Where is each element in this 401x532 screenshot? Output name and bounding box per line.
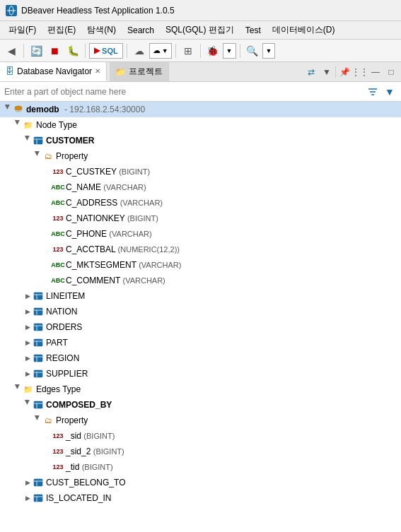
arrow-lineitem: ▶: [23, 292, 33, 300]
svg-rect-10: [34, 292, 42, 300]
tree-field-c-comment[interactable]: ABC C_COMMENT (VARCHAR): [0, 273, 401, 288]
label-c-name: C_NAME (VARCHAR): [66, 182, 146, 192]
filter-dropdown-btn[interactable]: ▼: [383, 85, 397, 99]
arrow-orders: ▶: [23, 324, 33, 331]
tab-spacer: [169, 62, 301, 81]
svg-rect-7: [34, 137, 42, 144]
toolbar-sep-4: [175, 44, 176, 58]
filter-btn[interactable]: [366, 85, 380, 99]
tab-minimize-btn[interactable]: —: [368, 65, 383, 79]
tree-field-tid[interactable]: 123 _tid (BIGINT): [0, 459, 401, 475]
icon-customer-property: 🗂: [42, 150, 54, 162]
tab-more-btn[interactable]: ⋮⋮: [353, 65, 367, 79]
tree-node-is-located-in[interactable]: ▶ IS_LOCATED_IN: [0, 490, 401, 506]
tree-panel[interactable]: ▶ demodb - 192.168.2.54:30000 ▶ 📁 Node T…: [0, 102, 401, 532]
tree-node-region[interactable]: ▶ REGION: [0, 350, 401, 366]
label-customer-property: Property: [56, 151, 88, 161]
tab-sync-btn[interactable]: ⇄: [304, 65, 318, 79]
tab-pin-btn[interactable]: 📌: [337, 65, 351, 79]
toolbar-table-btn[interactable]: ⊞: [180, 42, 197, 59]
label-orders: ORDERS: [46, 322, 82, 332]
tree-node-composedby-property[interactable]: ▶ 🗂 Property: [0, 413, 401, 428]
svg-rect-16: [34, 324, 42, 331]
menu-sql[interactable]: SQL(GQL) 편집기: [160, 23, 240, 37]
toolbar-sep-1: [23, 44, 24, 58]
label-c-acctbal: C_ACCTBAL (NUMERIC(12,2)): [66, 244, 180, 254]
label-region: REGION: [46, 353, 79, 363]
arrow-region: ▶: [23, 355, 33, 362]
icon-c-comment: ABC: [52, 275, 64, 286]
tab-db-close[interactable]: ✕: [95, 67, 100, 75]
toolbar-cloud-dropdown[interactable]: ☁▼: [149, 43, 172, 59]
tree-node-nation[interactable]: ▶ NATION: [0, 304, 401, 319]
tree-node-lineitem[interactable]: ▶ LINEITEM: [0, 288, 401, 304]
toolbar-cloud-btn[interactable]: ☁: [131, 42, 148, 59]
tree-node-part[interactable]: ▶ PART: [0, 335, 401, 350]
label-edges-type: Edges Type: [36, 384, 81, 394]
label-c-custkey: C_CUSTKEY (BIGINT): [66, 167, 150, 177]
icon-tid: 123: [52, 461, 64, 473]
toolbar-search-dropdown[interactable]: ▼: [262, 43, 276, 59]
tree-field-c-address[interactable]: ABC C_ADDRESS (VARCHAR): [0, 195, 401, 211]
tree-field-c-custkey[interactable]: 123 C_CUSTKEY (BIGINT): [0, 164, 401, 179]
icon-nation: [33, 306, 44, 317]
tab-dropdown-btn[interactable]: ▼: [320, 65, 334, 79]
toolbar-debug-btn[interactable]: 🐛: [64, 42, 81, 59]
arrow-supplier: ▶: [23, 370, 33, 377]
toolbar-bug-btn[interactable]: 🐞: [204, 42, 221, 59]
menu-nav[interactable]: 탐색(N): [81, 23, 122, 37]
tree-node-composed-by[interactable]: ▶ COMPOSED_BY: [0, 397, 401, 413]
tree-node-supplier[interactable]: ▶ SUPPLIER: [0, 366, 401, 382]
menu-test[interactable]: Test: [240, 24, 267, 37]
arrow-cust-belong-to: ▶: [23, 479, 33, 486]
toolbar-bug-dropdown[interactable]: ▼: [223, 43, 236, 59]
toolbar-main: ◀ 🔄 ⏹ 🐛 ▶ SQL ☁ ☁▼ ⊞ 🐞 ▼ 🔍 ▼: [0, 40, 401, 62]
toolbar-stop-btn[interactable]: ⏹: [46, 42, 63, 59]
label-c-address: C_ADDRESS (VARCHAR): [66, 198, 163, 208]
label-nation: NATION: [46, 307, 77, 317]
tab-db-icon: 🗄: [6, 66, 14, 76]
toolbar-sep-6: [240, 44, 240, 58]
tree-field-sid[interactable]: 123 _sid (BIGINT): [0, 428, 401, 444]
tree-node-customer-property[interactable]: ▶ 🗂 Property: [0, 148, 401, 164]
tab-proj-label: 프로젝트: [129, 66, 163, 78]
menu-edit[interactable]: 편집(E): [42, 23, 81, 37]
toolbar-sql-btn[interactable]: ▶ SQL: [89, 43, 123, 59]
tree-node-customer[interactable]: ▶ CUSTOMER: [0, 133, 401, 148]
tree-node-node-type[interactable]: ▶ 📁 Node Type: [0, 117, 401, 133]
svg-rect-19: [34, 339, 42, 346]
label-composed-by: COMPOSED_BY: [46, 400, 112, 410]
icon-is-located-in: [33, 492, 44, 504]
icon-supplier: [33, 368, 44, 379]
menu-database[interactable]: 데이터베이스(D): [267, 23, 341, 37]
tree-field-c-nationkey[interactable]: 123 C_NATIONKEY (BIGINT): [0, 211, 401, 226]
arrow-composedby-property: ▶: [34, 415, 41, 425]
tree-node-cust-belong-to[interactable]: ▶ CUST_BELONG_TO: [0, 475, 401, 490]
arrow-customer: ▶: [24, 136, 31, 146]
label-is-located-in: IS_LOCATED_IN: [46, 493, 111, 503]
menu-search[interactable]: Search: [122, 24, 160, 37]
tab-maximize-btn[interactable]: □: [384, 65, 398, 79]
tree-field-sid-2[interactable]: 123 _sid_2 (BIGINT): [0, 444, 401, 459]
tree-field-c-name[interactable]: ABC C_NAME (VARCHAR): [0, 179, 401, 195]
toolbar-sep-2: [85, 44, 86, 58]
tab-projects[interactable]: 📁 프로젝트: [110, 62, 169, 81]
tab-database-navigator[interactable]: 🗄 Database Navigator ✕: [0, 62, 107, 81]
label-tid: _tid (BIGINT): [66, 462, 113, 472]
arrow-part: ▶: [23, 339, 33, 346]
icon-orders: [33, 321, 44, 333]
svg-rect-13: [34, 308, 42, 315]
svg-rect-25: [34, 370, 42, 377]
tree-node-demodb[interactable]: ▶ demodb - 192.168.2.54:30000: [0, 102, 401, 117]
toolbar-search-btn[interactable]: 🔍: [244, 42, 261, 59]
menu-file[interactable]: 파일(F): [3, 23, 42, 37]
tree-node-orders[interactable]: ▶ ORDERS: [0, 319, 401, 335]
tree-field-c-phone[interactable]: ABC C_PHONE (VARCHAR): [0, 226, 401, 242]
toolbar-back-btn[interactable]: ◀: [3, 42, 20, 59]
tree-field-c-acctbal[interactable]: 123 C_ACCTBAL (NUMERIC(12,2)): [0, 242, 401, 257]
icon-composed-by: [33, 399, 44, 410]
tree-field-c-mktsegment[interactable]: ABC C_MKTSEGMENT (VARCHAR): [0, 257, 401, 273]
search-input[interactable]: [4, 87, 363, 97]
tree-node-edges-type[interactable]: ▶ 📁 Edges Type: [0, 382, 401, 397]
toolbar-refresh-btn[interactable]: 🔄: [28, 42, 45, 59]
